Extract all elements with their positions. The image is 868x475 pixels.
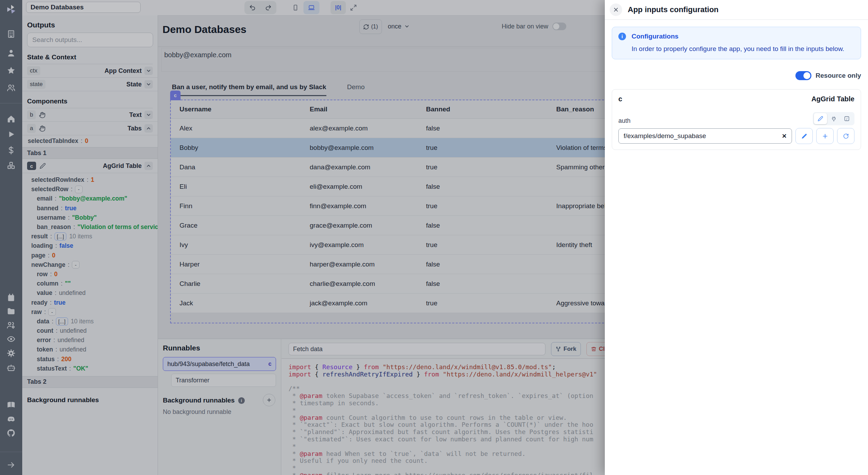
connect-mode-plug-icon[interactable] xyxy=(827,113,840,124)
close-icon[interactable] xyxy=(610,3,622,16)
resource-only-toggle[interactable] xyxy=(795,71,811,80)
resource-only-label: Resource only xyxy=(816,72,861,79)
configurations-info-box: i Configurations In order to properly co… xyxy=(612,27,861,59)
info-title: Configurations xyxy=(632,33,678,40)
drawer-header: App inputs configuration xyxy=(605,0,868,20)
field-label: auth xyxy=(618,117,631,125)
component-id: c xyxy=(618,95,622,103)
app-inputs-drawer: App inputs configuration i Configuration… xyxy=(605,0,868,475)
clear-input-icon[interactable]: ✕ xyxy=(782,133,787,140)
add-resource-button[interactable] xyxy=(816,128,834,144)
edit-resource-button[interactable] xyxy=(795,128,813,144)
refresh-resource-button[interactable] xyxy=(837,128,854,144)
eval-mode-function-icon[interactable] xyxy=(840,113,853,124)
input-mode-segmented-control xyxy=(813,112,854,125)
component-type: AgGrid Table xyxy=(811,95,854,103)
info-body: In order to properly configure the app, … xyxy=(632,45,854,53)
drawer-title: App inputs configuration xyxy=(628,5,719,14)
info-icon: i xyxy=(618,33,626,40)
modal-dim-overlay xyxy=(0,0,605,475)
resource-input[interactable]: f/examples/demo_supabase ✕ xyxy=(618,128,792,144)
component-input-card: c AgGrid Table auth f/examples/demo_supa… xyxy=(612,89,861,150)
static-mode-pencil-icon[interactable] xyxy=(814,113,827,124)
resource-value: f/examples/demo_supabase xyxy=(624,132,782,140)
resource-only-row: Resource only xyxy=(612,71,861,80)
